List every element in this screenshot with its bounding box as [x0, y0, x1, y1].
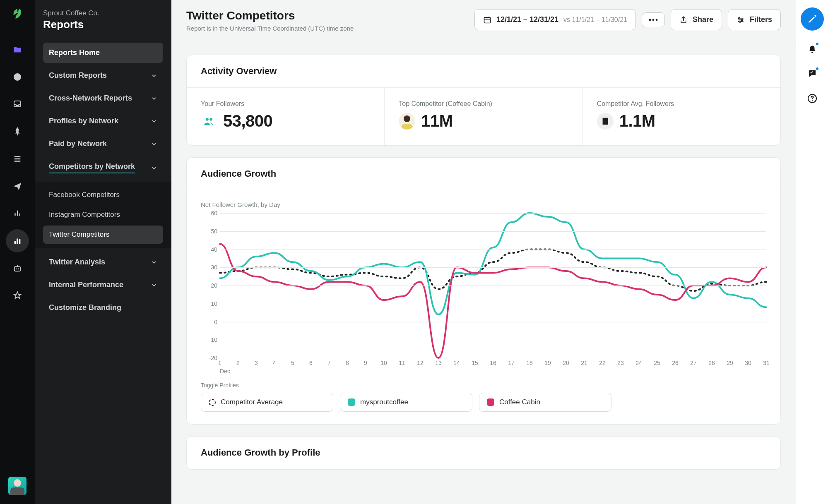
toggle-competitor-average[interactable]: Competitor Average	[201, 393, 333, 412]
sidebar-item-custom-reports[interactable]: Custom Reports	[43, 65, 163, 86]
svg-point-5	[652, 19, 655, 21]
audience-growth-by-profile-title: Audience Growth by Profile	[201, 447, 766, 458]
feedback-icon[interactable]	[806, 67, 819, 80]
sidebar-item-reports-home[interactable]: Reports Home	[43, 43, 163, 63]
chevron-down-icon	[151, 259, 157, 266]
activity-overview-title: Activity Overview	[201, 66, 766, 77]
chevron-down-icon	[151, 165, 157, 171]
main-content: Twitter Competitors Report is in the Uni…	[171, 0, 796, 504]
sidebar-item-twitter-analysis[interactable]: Twitter Analysis	[43, 252, 163, 272]
chevron-down-icon	[151, 118, 157, 125]
compose-icon	[807, 14, 817, 24]
share-icon	[679, 16, 688, 24]
svg-point-7	[739, 17, 740, 19]
dashed-swatch-icon	[209, 399, 216, 406]
svg-rect-0	[14, 266, 21, 271]
compare-range-label: vs 11/1/21 – 11/30/21	[563, 16, 627, 24]
sidebar-subitem-facebook[interactable]: Facebook Competitors	[43, 186, 163, 204]
notifications-icon[interactable]	[806, 42, 819, 55]
sidebar-item-cross-network[interactable]: Cross-Network Reports	[43, 88, 163, 108]
nav-list-icon[interactable]	[6, 147, 29, 170]
sidebar-item-internal-performance[interactable]: Internal Performance	[43, 275, 163, 295]
calendar-icon	[483, 16, 491, 24]
more-button[interactable]	[642, 12, 665, 27]
page-title: Twitter Competitors	[186, 9, 354, 22]
svg-point-8	[741, 19, 743, 21]
sidebar-subitem-twitter[interactable]: Twitter Competitors	[43, 226, 163, 244]
svg-point-2	[18, 268, 19, 269]
users-icon	[201, 113, 217, 130]
metric-your-followers: Your Followers 53,800	[187, 88, 385, 145]
share-label: Share	[693, 15, 713, 24]
sidebar-subitem-instagram[interactable]: Instagram Competitors	[43, 206, 163, 224]
chevron-down-icon	[151, 141, 157, 147]
nav-folder-icon[interactable]	[6, 38, 29, 61]
nav-send-icon[interactable]	[6, 175, 29, 198]
growth-chart: -20-100102030405060 Dec12345678910111213…	[201, 213, 766, 374]
nav-pin-icon[interactable]	[6, 120, 29, 143]
app-icon-rail	[0, 0, 35, 504]
teal-swatch-icon	[348, 398, 355, 406]
chart-subtitle: Net Follower Growth, by Day	[201, 201, 766, 208]
audience-growth-by-profile-card: Audience Growth by Profile	[186, 436, 781, 470]
chevron-down-icon	[151, 72, 157, 79]
ellipsis-icon	[649, 19, 658, 21]
metric-competitor-avg: Competitor Avg. Followers 1.1M	[583, 88, 780, 145]
right-rail	[796, 0, 828, 504]
user-avatar[interactable]	[8, 477, 26, 495]
svg-point-9	[739, 21, 741, 22]
chevron-down-icon	[151, 95, 157, 102]
pink-swatch-icon	[487, 398, 494, 406]
audience-growth-card: Audience Growth Net Follower Growth, by …	[186, 157, 781, 425]
section-title: Reports	[43, 18, 163, 31]
help-icon[interactable]	[806, 92, 819, 105]
sidebar-item-competitors-by-network[interactable]: Competitors by Network	[43, 156, 163, 179]
chevron-down-icon	[151, 282, 157, 288]
sidebar: Sprout Coffee Co. Reports Reports Home C…	[35, 0, 171, 504]
x-axis-month: Dec	[220, 368, 230, 374]
share-button[interactable]: Share	[671, 9, 722, 30]
nav-analytics-icon[interactable]	[6, 202, 29, 225]
building-icon	[597, 113, 614, 130]
nav-bot-icon[interactable]	[6, 257, 29, 280]
topbar: Twitter Competitors Report is in the Uni…	[171, 0, 796, 43]
filters-label: Filters	[750, 15, 772, 24]
compose-button[interactable]	[801, 7, 824, 31]
sprout-logo[interactable]	[8, 6, 26, 24]
date-range-label: 12/1/21 – 12/31/21	[496, 15, 558, 24]
filters-button[interactable]: Filters	[728, 9, 781, 30]
org-name: Sprout Coffee Co.	[43, 9, 163, 17]
svg-rect-3	[484, 17, 490, 23]
competitor-avatar-icon	[399, 113, 415, 130]
toggle-coffee-cabin[interactable]: Coffee Cabin	[479, 393, 611, 412]
date-range-button[interactable]: 12/1/21 – 12/31/21 vs 11/1/21 – 11/30/21	[474, 9, 636, 30]
sidebar-item-customize-branding[interactable]: Customize Branding	[43, 298, 163, 318]
nav-inbox-icon[interactable]	[6, 93, 29, 116]
nav-star-icon[interactable]	[6, 284, 29, 307]
sidebar-item-profiles-by-network[interactable]: Profiles by Network	[43, 111, 163, 131]
sliders-icon	[737, 16, 745, 24]
svg-point-6	[656, 19, 658, 21]
nav-reports-icon[interactable]	[6, 229, 29, 252]
page-subtitle: Report is in the Universal Time Coordina…	[186, 25, 354, 32]
nav-dashboard-icon[interactable]	[6, 65, 29, 89]
svg-point-4	[649, 19, 651, 21]
metric-top-competitor: Top Competitor (Coffeee Cabin) 11M	[385, 88, 582, 145]
svg-point-1	[16, 268, 17, 269]
activity-overview-card: Activity Overview Your Followers 53,800 …	[186, 55, 781, 146]
sidebar-item-paid-by-network[interactable]: Paid by Network	[43, 134, 163, 154]
toggle-profiles-label: Toggle Profiles	[201, 382, 766, 389]
audience-growth-title: Audience Growth	[201, 168, 766, 179]
toggle-mysproutcoffee[interactable]: mysproutcoffee	[340, 393, 472, 412]
